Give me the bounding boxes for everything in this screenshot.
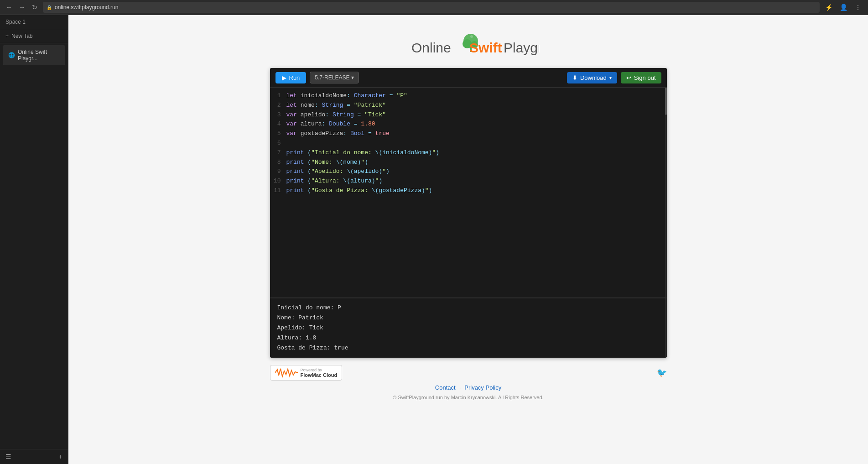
contact-link[interactable]: Contact bbox=[435, 384, 456, 391]
address-bar[interactable]: 🔒 online.swiftplayground.run bbox=[43, 2, 820, 13]
extensions-button[interactable]: ⚡ bbox=[822, 1, 835, 14]
refresh-button[interactable]: ↻ bbox=[29, 2, 40, 13]
privacy-link[interactable]: Privacy Policy bbox=[464, 384, 501, 391]
svg-text:Playground: Playground bbox=[504, 40, 539, 55]
code-line-8: 8 print ("Nome: \(nome)") bbox=[270, 158, 667, 167]
code-line-10: 10 print ("Altura: \(altura)") bbox=[270, 177, 667, 186]
code-line-2: 2 let nome: String = "Patrick" bbox=[270, 101, 667, 110]
line-code-4: var altura: Double = 1.80 bbox=[286, 120, 375, 129]
run-label: Run bbox=[289, 74, 300, 81]
url-text: online.swiftplayground.run bbox=[55, 4, 118, 10]
line-num-4: 4 bbox=[270, 120, 286, 129]
download-label: Download bbox=[580, 74, 607, 81]
code-line-6: 6 bbox=[270, 139, 667, 148]
browser-chrome: ← → ↻ 🔒 online.swiftplayground.run ⚡ 👤 ⋮ bbox=[0, 0, 868, 15]
output-panel: Inicial do nome: P Nome: Patrick Apelido… bbox=[270, 297, 667, 358]
sidebar-bottom: ☰ + bbox=[0, 449, 68, 464]
line-num-5: 5 bbox=[270, 129, 286, 139]
code-line-1: 1 let inicialdoNome: Character = "P" bbox=[270, 91, 667, 101]
line-num-8: 8 bbox=[270, 158, 286, 167]
content-area: Online Swift Playground ▶ Run bbox=[68, 15, 868, 464]
code-line-7: 7 print ("Inicial do nome: \(inicialdoNo… bbox=[270, 148, 667, 158]
version-label: 5.7-RELEASE bbox=[315, 74, 349, 81]
version-button[interactable]: 5.7-RELEASE ▾ bbox=[310, 72, 359, 83]
line-code-5: var gostadePizza: Bool = true bbox=[286, 129, 390, 139]
main-layout: Space 1 + New Tab 🌐 Online Swift Playgr.… bbox=[0, 15, 868, 464]
plus-icon: + bbox=[5, 33, 9, 39]
footer-copyright: © SwiftPlayground.run by Marcin Krycanow… bbox=[393, 395, 543, 400]
new-tab-button[interactable]: + New Tab bbox=[0, 29, 68, 43]
play-icon: ▶ bbox=[282, 74, 286, 81]
signout-button[interactable]: ↩ Sign out bbox=[621, 72, 661, 83]
tab-icon: 🌐 bbox=[8, 52, 15, 58]
sidebar: Space 1 + New Tab 🌐 Online Swift Playgr.… bbox=[0, 15, 68, 464]
line-num-11: 11 bbox=[270, 186, 286, 196]
settings-button[interactable]: ⋮ bbox=[852, 1, 864, 14]
line-code-2: let nome: String = "Patrick" bbox=[286, 101, 386, 110]
line-num-10: 10 bbox=[270, 177, 286, 186]
twitter-icon[interactable]: 🐦 bbox=[657, 368, 667, 378]
line-code-8: print ("Nome: \(nome)") bbox=[286, 158, 368, 167]
line-num-9: 9 bbox=[270, 167, 286, 177]
signout-label: Sign out bbox=[634, 74, 656, 81]
download-arrow-icon: ▾ bbox=[609, 75, 612, 80]
output-scrollbar[interactable] bbox=[665, 298, 667, 358]
new-tab-label: New Tab bbox=[11, 33, 32, 39]
editor-scrollbar[interactable] bbox=[665, 88, 667, 297]
flowmac-label: FlowMac Cloud bbox=[301, 372, 338, 378]
sidebar-add-icon[interactable]: + bbox=[59, 453, 62, 460]
back-button[interactable]: ← bbox=[4, 2, 15, 13]
toolbar-left: ▶ Run 5.7-RELEASE ▾ bbox=[275, 72, 359, 83]
waveform-icon bbox=[275, 367, 298, 378]
browser-titlebar: ← → ↻ 🔒 online.swiftplayground.run ⚡ 👤 ⋮ bbox=[0, 0, 868, 15]
flowmac-badge: Powered by FlowMac Cloud bbox=[270, 365, 343, 381]
browser-toolbar-icons: ⚡ 👤 ⋮ bbox=[822, 1, 864, 14]
profile-button[interactable]: 👤 bbox=[837, 1, 850, 14]
code-lines: 1 let inicialdoNome: Character = "P" 2 l… bbox=[270, 88, 667, 199]
editor-scrollbar-thumb bbox=[665, 88, 667, 115]
code-line-11: 11 print ("Gosta de Pizza: \(gostadePizz… bbox=[270, 186, 667, 196]
svg-text:Swift: Swift bbox=[469, 40, 502, 55]
code-editor[interactable]: 1 let inicialdoNome: Character = "P" 2 l… bbox=[270, 88, 667, 297]
forward-button[interactable]: → bbox=[16, 2, 27, 13]
logo-container: Online Swift Playground bbox=[398, 24, 539, 61]
run-button[interactable]: ▶ Run bbox=[275, 72, 307, 83]
line-code-1: let inicialdoNome: Character = "P" bbox=[286, 91, 407, 101]
output-text: Inicial do nome: P Nome: Patrick Apelido… bbox=[277, 303, 660, 353]
line-code-11: print ("Gosta de Pizza: \(gostadePizza)"… bbox=[286, 186, 432, 196]
powered-by-label: Powered by bbox=[301, 368, 338, 372]
browser-nav-buttons: ← → ↻ bbox=[4, 2, 40, 13]
code-line-3: 3 var apelido: String = "Tick" bbox=[270, 110, 667, 120]
page-content: Online Swift Playground ▶ Run bbox=[68, 15, 868, 464]
download-icon: ⬇ bbox=[572, 74, 577, 81]
svg-point-4 bbox=[470, 35, 473, 38]
code-line-4: 4 var altura: Double = 1.80 bbox=[270, 120, 667, 129]
sidebar-tab-item[interactable]: 🌐 Online Swift Playgr... bbox=[3, 45, 65, 65]
line-num-7: 7 bbox=[270, 148, 286, 158]
footer-separator: · bbox=[459, 384, 461, 391]
toolbar-right: ⬇ Download ▾ ↩ Sign out bbox=[567, 72, 661, 83]
site-logo: Online Swift Playground bbox=[398, 24, 539, 61]
download-button[interactable]: ⬇ Download ▾ bbox=[567, 72, 617, 83]
svg-text:Online: Online bbox=[411, 40, 451, 55]
editor-toolbar: ▶ Run 5.7-RELEASE ▾ ⬇ Download ▾ bbox=[270, 68, 667, 88]
line-code-10: print ("Altura: \(altura)") bbox=[286, 177, 383, 186]
line-num-2: 2 bbox=[270, 101, 286, 110]
code-line-9: 9 print ("Apelido: \(apelido)") bbox=[270, 167, 667, 177]
line-num-1: 1 bbox=[270, 91, 286, 101]
chevron-down-icon: ▾ bbox=[351, 74, 354, 81]
lock-icon: 🔒 bbox=[47, 5, 52, 10]
line-code-9: print ("Apelido: \(apelido)") bbox=[286, 167, 390, 177]
line-code-6 bbox=[286, 139, 290, 148]
sidebar-space-label: Space 1 bbox=[0, 15, 68, 29]
sidebar-tab-label: Online Swift Playgr... bbox=[18, 49, 60, 62]
line-code-7: print ("Inicial do nome: \(inicialdoNome… bbox=[286, 148, 440, 158]
footer-links: Contact · Privacy Policy bbox=[435, 384, 501, 391]
sidebar-settings-icon[interactable]: ☰ bbox=[5, 453, 11, 460]
line-num-3: 3 bbox=[270, 110, 286, 120]
signout-icon: ↩ bbox=[626, 74, 631, 81]
editor-card: ▶ Run 5.7-RELEASE ▾ ⬇ Download ▾ bbox=[270, 68, 667, 358]
line-num-6: 6 bbox=[270, 139, 286, 148]
line-code-3: var apelido: String = "Tick" bbox=[286, 110, 386, 120]
page-footer: Powered by FlowMac Cloud 🐦 Contact · Pri… bbox=[270, 365, 667, 400]
